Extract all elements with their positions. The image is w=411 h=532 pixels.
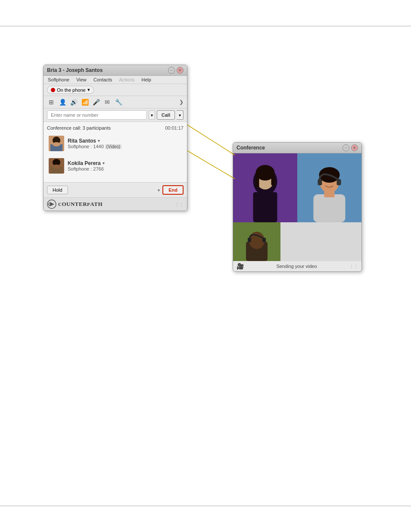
rita-info: Rita Santos ▾ Softphone : 1440 (Video) xyxy=(68,138,182,149)
bottom-actions: ▾ End xyxy=(158,185,184,195)
rita-name: Rita Santos ▾ xyxy=(68,138,182,144)
menu-softphone[interactable]: Softphone xyxy=(47,77,70,83)
menu-actions: Actions xyxy=(118,77,135,83)
rita-avatar xyxy=(49,136,64,151)
close-button[interactable]: ✕ xyxy=(177,67,184,74)
svg-rect-15 xyxy=(253,192,277,222)
bria-toolbar: ⊞ 👤 🔊 📶 🎤 ✉ 🔧 ❯ xyxy=(44,96,187,109)
conference-header: Conference call: 3 participants 00:01:17 xyxy=(47,125,184,131)
bottom-divider xyxy=(0,506,411,506)
more-options-arrow[interactable]: ▾ xyxy=(158,188,160,193)
call-input-field[interactable] xyxy=(47,110,147,120)
menu-contacts[interactable]: Contacts xyxy=(93,77,113,83)
kokila-detail: Softphone : 2766 xyxy=(68,166,182,171)
contacts-icon[interactable]: 👤 xyxy=(58,98,67,106)
toolbar-collapse-icon[interactable]: ❯ xyxy=(179,99,184,105)
bria-bottom-bar: Hold ▾ End xyxy=(44,182,187,197)
conference-window-title: Conference xyxy=(237,145,265,151)
status-dropdown-arrow: ▾ xyxy=(87,87,90,93)
conf-minimize-button[interactable]: – xyxy=(342,144,349,151)
conference-titlebar: Conference – ✕ xyxy=(233,143,361,153)
conference-secondary-video xyxy=(233,222,361,261)
bria-status-bar: On the phone ▾ xyxy=(44,84,187,96)
rita-detail: Softphone : 1440 (Video) xyxy=(68,144,182,149)
minimize-button[interactable]: – xyxy=(168,67,175,74)
svg-rect-18 xyxy=(256,173,259,188)
hold-button[interactable]: Hold xyxy=(47,186,68,194)
empty-video-cell xyxy=(280,222,361,261)
kokila-name: Kokila Perera ▾ xyxy=(68,160,182,166)
call-input-dropdown[interactable]: ▾ xyxy=(149,110,155,120)
svg-line-34 xyxy=(187,151,235,179)
call-input-row: ▾ Call ▾ xyxy=(44,109,187,122)
svg-rect-31 xyxy=(248,238,251,242)
bria-titlebar: Bria 3 - Joseph Santos – ✕ xyxy=(44,65,187,76)
email-icon[interactable]: ✉ xyxy=(103,98,112,106)
svg-point-30 xyxy=(249,232,265,249)
end-button[interactable]: End xyxy=(162,185,184,195)
status-indicator xyxy=(51,88,55,92)
sending-video-label: Sending your video xyxy=(276,264,317,269)
conference-footer: 🎥 Sending your video ⋮⋮ xyxy=(233,261,361,271)
svg-point-9 xyxy=(53,165,60,169)
titlebar-buttons: – ✕ xyxy=(168,67,184,74)
kokila-dropdown-arrow[interactable]: ▾ xyxy=(103,161,105,165)
bria-menubar: Softphone View Contacts Actions Help xyxy=(44,76,187,84)
settings-icon[interactable]: 🔧 xyxy=(114,98,123,106)
kokila-info: Kokila Perera ▾ Softphone : 2766 xyxy=(68,160,182,171)
svg-rect-19 xyxy=(271,173,275,186)
conf-resize-handle[interactable]: ⋮⋮ xyxy=(349,264,358,269)
participant-row: Rita Santos ▾ Softphone : 1440 (Video) xyxy=(47,134,184,153)
menu-help[interactable]: Help xyxy=(140,77,152,83)
bria-softphone-window: Bria 3 - Joseph Santos – ✕ Softphone Vie… xyxy=(43,65,187,211)
svg-rect-21 xyxy=(314,194,346,222)
conference-title: Conference call: 3 participants xyxy=(47,125,111,131)
call-button-arrow[interactable]: ▾ xyxy=(177,110,184,120)
counterpath-logo-icon xyxy=(47,199,56,209)
menu-view[interactable]: View xyxy=(75,77,87,83)
video-cell-participant-2 xyxy=(297,153,361,222)
kokila-avatar xyxy=(49,158,64,174)
bria-window-title: Bria 3 - Joseph Santos xyxy=(47,67,103,73)
status-label: On the phone xyxy=(57,87,86,93)
video-badge: (Video) xyxy=(105,144,121,149)
conf-titlebar-buttons: – ✕ xyxy=(342,144,358,151)
video-cell-participant-1 xyxy=(233,153,297,222)
call-button[interactable]: Call xyxy=(157,110,175,120)
bria-footer: COUNTERPATH ⋮⋮ xyxy=(44,197,187,211)
svg-line-33 xyxy=(187,125,235,155)
svg-rect-26 xyxy=(337,179,341,185)
conference-video-window: Conference – ✕ xyxy=(233,142,362,272)
rita-dropdown-arrow[interactable]: ▾ xyxy=(98,139,100,143)
conf-close-button[interactable]: ✕ xyxy=(351,144,358,151)
svg-point-4 xyxy=(53,142,60,146)
speaker-icon[interactable]: 🔊 xyxy=(69,98,78,106)
svg-rect-25 xyxy=(318,179,322,185)
camera-icon[interactable]: 🎥 xyxy=(237,263,244,270)
counterpath-text: COUNTERPATH xyxy=(58,201,103,208)
top-divider xyxy=(0,26,411,26)
bria-resize-handle[interactable]: ⋮⋮ xyxy=(175,202,184,207)
svg-rect-32 xyxy=(262,238,266,242)
mic-icon[interactable]: 🎤 xyxy=(92,98,100,106)
counterpath-logo: COUNTERPATH xyxy=(47,199,103,209)
conference-timer: 00:01:17 xyxy=(165,125,184,131)
local-video-cell xyxy=(233,222,280,261)
signal-icon[interactable]: 📶 xyxy=(81,98,89,106)
conference-panel: Conference call: 3 participants 00:01:17… xyxy=(44,122,187,182)
on-phone-status-button[interactable]: On the phone ▾ xyxy=(47,86,94,94)
conference-main-video xyxy=(233,153,361,222)
dialpad-icon[interactable]: ⊞ xyxy=(47,98,56,106)
participant-row: Kokila Perera ▾ Softphone : 2766 xyxy=(47,156,184,175)
